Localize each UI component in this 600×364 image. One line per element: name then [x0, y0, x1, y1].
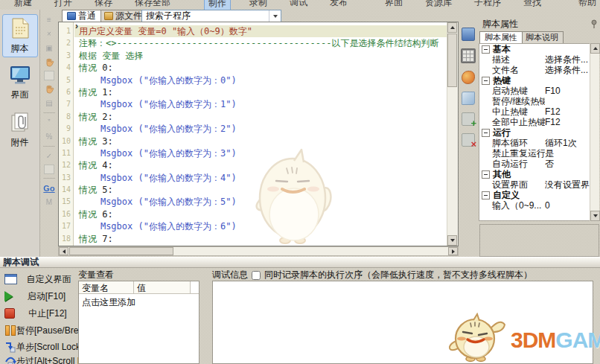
bookmark-icon[interactable]: M: [43, 197, 55, 208]
line-number: 13: [59, 172, 73, 184]
debug-button-start[interactable]: 启动[F10]: [0, 290, 80, 303]
code-line[interactable]: Msgbox ("你输入的数字为：0"): [74, 74, 447, 86]
hand-tool-icon[interactable]: [43, 57, 55, 68]
add-icon[interactable]: [462, 112, 475, 126]
sidebar-item-script[interactable]: 脚本: [2, 14, 38, 57]
pin-icon[interactable]: [590, 19, 598, 31]
toolbar-item[interactable]: 子程序: [470, 0, 505, 10]
search-subroutine-combo[interactable]: 搜索子程序: [141, 10, 281, 22]
scroll-up-button[interactable]: [447, 22, 457, 33]
debug-output-box[interactable]: [212, 281, 593, 364]
toolbar-item[interactable]: 保存: [91, 0, 116, 10]
debug-panel-title: 脚本调试: [3, 256, 39, 269]
debug-button-step-over[interactable]: 步过[Alt+Scroll Lock]: [0, 354, 80, 364]
go-icon[interactable]: Go: [43, 182, 55, 194]
toolbar-item[interactable]: 查找: [520, 0, 545, 10]
property-row[interactable]: 输入（0~9...0: [479, 200, 599, 211]
code-line[interactable]: 情况 7:: [74, 233, 447, 245]
code-line[interactable]: Msgbox ("你输入的数字为：5"): [74, 196, 447, 208]
code-area[interactable]: › 用户定义变量 变量=0 "输入（0~9）数字"注释：<>----------…: [74, 22, 447, 246]
combo-dropdown-button[interactable]: [269, 10, 281, 22]
step-into-icon: [4, 341, 16, 353]
delete-icon[interactable]: [462, 133, 475, 147]
code-line[interactable]: Msgbox ("你输入的数字为：1"): [74, 98, 447, 110]
properties-panel-header: 脚本属性: [478, 18, 600, 31]
comment-icon[interactable]: [44, 165, 54, 174]
sidebar-item-interface[interactable]: 界面: [2, 62, 38, 103]
hscroll-thumb[interactable]: [69, 247, 173, 255]
scroll-down-button[interactable]: [447, 235, 457, 246]
collapse-icon[interactable]: [482, 45, 490, 54]
scroll-thumb[interactable]: [447, 33, 457, 87]
code-line[interactable]: 用户定义变量 变量=0 "输入（0~9）数字": [74, 25, 447, 37]
code-line[interactable]: 情况 4:: [74, 159, 447, 171]
undo-icon[interactable]: ≡: [43, 14, 55, 25]
code-line[interactable]: Msgbox ("你输入的数字为：3"): [74, 147, 447, 159]
collapse-icon[interactable]: [482, 170, 490, 179]
editor-horizontal-scrollbar[interactable]: [58, 246, 459, 256]
hand-tool-icon-2[interactable]: [43, 83, 55, 95]
code-line[interactable]: Msgbox ("你输入的数字为：7"): [74, 245, 447, 246]
percent-icon[interactable]: %: [43, 131, 55, 142]
palette-icon[interactable]: [462, 71, 475, 84]
app-window: 新建打开保存保存全部制作录制调试发布界面资源库子程序查找帮助教程 脚本界面附件 …: [0, 0, 600, 364]
toolbar-item[interactable]: 打开: [51, 0, 76, 10]
collapse-icon[interactable]: [482, 129, 490, 137]
code-line[interactable]: 情况 1:: [74, 86, 447, 98]
scroll-left-button[interactable]: [59, 247, 68, 255]
editor-vertical-scrollbar[interactable]: [447, 22, 458, 246]
debug-button-step-into[interactable]: 单步[Scroll Lock]: [0, 340, 80, 354]
tab-script-description[interactable]: 脚本说明: [520, 31, 564, 43]
properties-tab-bar: 脚本属性 脚本说明: [478, 31, 600, 43]
code-line[interactable]: Msgbox ("你输入的数字为：4"): [74, 172, 447, 184]
code-line[interactable]: 情况 2:: [74, 111, 447, 123]
variables-table[interactable]: 变量名 值 点击这里添加: [78, 281, 200, 364]
quote-icon[interactable]: ”: [43, 117, 55, 128]
insert-icon[interactable]: [44, 71, 54, 80]
sidebar-item-attachment[interactable]: 附件: [2, 108, 38, 151]
code-line[interactable]: 情况 3:: [74, 135, 447, 147]
toolbar-item[interactable]: 录制: [246, 0, 271, 10]
debug-button-pause[interactable]: 暂停[Pause/Break]: [0, 324, 80, 337]
code-line[interactable]: Msgbox ("你输入的数字为：6"): [74, 220, 447, 232]
code-line[interactable]: 注释：<>-----------------------------------…: [74, 37, 447, 49]
code-line[interactable]: 情况 6:: [74, 208, 447, 220]
debug-button-stop[interactable]: 中止[F12]: [0, 307, 80, 320]
tab-source-file[interactable]: 源文件: [99, 10, 147, 22]
code-editor[interactable]: 12345678910111213141516171819 › 用户定义变量 变…: [58, 22, 459, 246]
tab-script-properties[interactable]: 脚本属性: [479, 31, 523, 43]
check-icon[interactable]: ✓: [43, 150, 55, 162]
calculator-icon[interactable]: [461, 48, 476, 63]
toolbar-item[interactable]: 界面: [381, 0, 406, 10]
paste-icon[interactable]: ▤: [43, 98, 55, 109]
debug-info-label: 调试信息: [212, 269, 248, 281]
add-variable-row[interactable]: 点击这里添加: [79, 294, 199, 311]
toolbar-item[interactable]: 新建: [10, 0, 36, 10]
toolbar-item[interactable]: 资源库: [421, 0, 456, 10]
properties-scrollbar[interactable]: [590, 43, 599, 221]
toolbar-item[interactable]: 帮助: [575, 0, 600, 10]
collapse-icon[interactable]: [482, 191, 490, 199]
debug-button-custom-ui[interactable]: 自定义界面: [0, 272, 80, 286]
toolbar-item[interactable]: 发布: [326, 0, 351, 10]
left-sidebar: 脚本界面附件: [0, 10, 40, 257]
copy-icon[interactable]: ▣: [43, 42, 55, 54]
toolbar-item[interactable]: 制作: [204, 0, 231, 10]
toolbar-item[interactable]: 保存全部: [131, 0, 174, 10]
caret-mark: ›: [75, 22, 78, 31]
paper-icon[interactable]: [462, 92, 475, 105]
cut-icon[interactable]: ×: [43, 28, 55, 39]
dialog-icon[interactable]: [462, 28, 475, 41]
collapse-icon[interactable]: [482, 77, 490, 85]
record-order-checkbox[interactable]: [252, 271, 261, 280]
code-line[interactable]: 情况 5:: [74, 184, 447, 196]
stop-icon: [4, 308, 15, 319]
prop-scroll-up-button[interactable]: [590, 43, 600, 54]
code-line[interactable]: 根据 变量 选择: [74, 50, 447, 62]
code-line[interactable]: 情况 0:: [74, 62, 447, 74]
toolbar-item[interactable]: 调试: [286, 0, 311, 10]
scroll-right-button[interactable]: [448, 247, 458, 255]
code-line[interactable]: Msgbox ("你输入的数字为：2"): [74, 123, 447, 135]
prop-scroll-down-button[interactable]: [590, 211, 600, 221]
tab-normal[interactable]: 普通: [62, 10, 101, 22]
